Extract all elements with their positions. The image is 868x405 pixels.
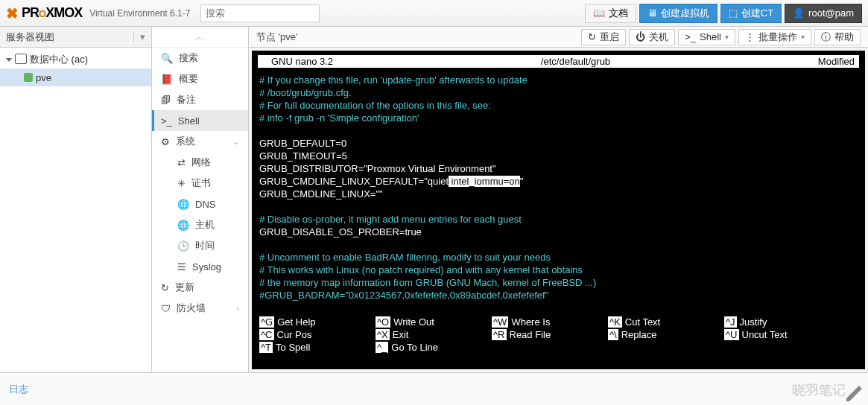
nano-filename: /etc/default/grub: [541, 55, 610, 68]
user-label: root@pam: [808, 7, 854, 19]
chevron-down-icon: ▾: [725, 33, 729, 41]
menu-summary[interactable]: 📕概要: [152, 68, 248, 89]
terminal-icon: >_: [161, 115, 172, 127]
menu-system[interactable]: ⚙系统⌄: [152, 131, 248, 152]
menu-updates[interactable]: ↻更新: [152, 277, 248, 298]
reboot-button[interactable]: ↻重启: [581, 29, 626, 45]
header-toolbar: ✖ PROXMOX Virtual Environment 6.1-7 📖 文档…: [0, 0, 868, 27]
search-input[interactable]: [200, 4, 320, 22]
search-icon: 🔍: [161, 53, 173, 64]
logo: ✖ PROXMOX: [6, 4, 82, 22]
resource-tree: 数据中心 (ac) pve: [0, 48, 151, 372]
menu-shell[interactable]: >_Shell: [152, 110, 248, 131]
create-ct-label: 创建CT: [741, 7, 773, 20]
shield-icon: 🛡: [161, 303, 171, 314]
terminal-icon: >_: [685, 31, 696, 42]
logo-text: PROXMOX: [22, 5, 82, 21]
create-vm-button[interactable]: 🖥 创建虚拟机: [639, 4, 717, 23]
list-icon: ☰: [177, 261, 186, 272]
book-icon: 📕: [161, 74, 173, 85]
menu-certs[interactable]: ✳证书: [152, 173, 248, 194]
shell-dropdown-button[interactable]: >_Shell▾: [678, 29, 735, 45]
nano-modified: Modified: [818, 55, 855, 68]
monitor-icon: 🖥: [647, 7, 657, 19]
bottom-bar: 日志 晓羽笔记: [0, 372, 868, 405]
reboot-icon: ↻: [588, 31, 596, 42]
nano-shortcuts: ^GGet Help ^OWrite Out ^WWhere Is ^KCut …: [252, 314, 865, 355]
chevron-down-icon: ▾: [801, 33, 805, 41]
nano-version: GNU nano 3.2: [262, 55, 333, 68]
resource-tree-panel: 服务器视图 ▾ 数据中心 (ac) pve: [0, 27, 152, 372]
bulk-actions-button[interactable]: ⋮批量操作▾: [738, 29, 811, 45]
network-icon: ⇄: [177, 157, 186, 168]
view-selector[interactable]: 服务器视图 ▾: [0, 27, 151, 48]
product-subtitle: Virtual Environment 6.1-7: [89, 8, 190, 19]
menu-hosts[interactable]: 🌐主机: [152, 214, 248, 235]
datacenter-icon: [16, 55, 27, 64]
cube-icon: ⬚: [729, 7, 738, 19]
power-icon: ⏻: [636, 31, 645, 42]
chevron-down-icon: ⌄: [232, 137, 239, 147]
view-label: 服务器视图: [6, 31, 54, 44]
menu-notes[interactable]: 🗐备注: [152, 89, 248, 110]
globe-icon: 🌐: [177, 199, 189, 210]
nano-titlebar: GNU nano 3.2 /etc/default/grub Modified: [258, 55, 859, 68]
node-icon: [24, 73, 33, 82]
user-menu-button[interactable]: 👤 root@pam: [785, 4, 862, 23]
datacenter-label: 数据中心 (ac): [30, 53, 88, 66]
certificate-icon: ✳: [177, 178, 186, 189]
menu-time[interactable]: 🕒时间: [152, 235, 248, 256]
menu-dns[interactable]: 🌐DNS: [152, 194, 248, 214]
create-ct-button[interactable]: ⬚ 创建CT: [720, 4, 782, 23]
nano-content: # If you change this file, run 'update-g…: [252, 74, 865, 314]
shutdown-button[interactable]: ⏻关机: [629, 29, 675, 45]
highlighted-text: intel_iommu=on: [449, 176, 520, 187]
node-menu: ︿ 🔍搜索 📕概要 🗐备注 >_Shell ⚙系统⌄ ⇄网络 ✳证书 🌐DNS …: [152, 27, 249, 372]
scroll-up-icon[interactable]: ︿: [152, 27, 248, 48]
tree-node-pve[interactable]: pve: [0, 68, 151, 86]
help-icon: ⓘ: [821, 31, 831, 44]
menu-firewall[interactable]: 🛡防火墙›: [152, 298, 248, 319]
grub-cmdline-line: GRUB_CMDLINE_LINUX_DEFAULT="quiet intel_…: [259, 175, 858, 188]
user-icon: 👤: [793, 7, 805, 19]
node-label: pve: [36, 72, 51, 83]
gear-icon: ⚙: [161, 136, 170, 147]
edit-icon[interactable]: [843, 380, 865, 402]
hosts-icon: 🌐: [177, 220, 189, 231]
book-icon: 📖: [593, 7, 605, 19]
refresh-icon: ↻: [161, 282, 169, 293]
notes-icon: 🗐: [161, 95, 171, 106]
bulk-icon: ⋮: [745, 31, 755, 42]
global-search[interactable]: [200, 4, 320, 22]
content-toolbar: 节点 'pve' ↻重启 ⏻关机 >_Shell▾ ⋮批量操作▾ ⓘ帮助: [249, 27, 868, 48]
shell-terminal[interactable]: GNU nano 3.2 /etc/default/grub Modified …: [252, 51, 865, 369]
logo-icon: ✖: [6, 4, 19, 22]
chevron-right-icon: ›: [236, 304, 239, 313]
chevron-down-icon: ▾: [133, 31, 145, 42]
help-button[interactable]: ⓘ帮助: [814, 29, 861, 45]
log-link[interactable]: 日志: [9, 383, 28, 396]
menu-syslog[interactable]: ☰Syslog: [152, 256, 248, 277]
tree-datacenter[interactable]: 数据中心 (ac): [0, 51, 151, 68]
menu-network[interactable]: ⇄网络: [152, 152, 248, 173]
content-panel: 节点 'pve' ↻重启 ⏻关机 >_Shell▾ ⋮批量操作▾ ⓘ帮助 GNU…: [249, 27, 868, 372]
docs-button[interactable]: 📖 文档: [585, 4, 636, 23]
expand-icon: [6, 58, 12, 62]
docs-label: 文档: [609, 7, 628, 20]
clock-icon: 🕒: [177, 240, 189, 252]
menu-search[interactable]: 🔍搜索: [152, 48, 248, 68]
watermark: 晓羽笔记: [792, 381, 846, 399]
breadcrumb: 节点 'pve': [256, 31, 298, 44]
create-vm-label: 创建虚拟机: [661, 7, 709, 20]
